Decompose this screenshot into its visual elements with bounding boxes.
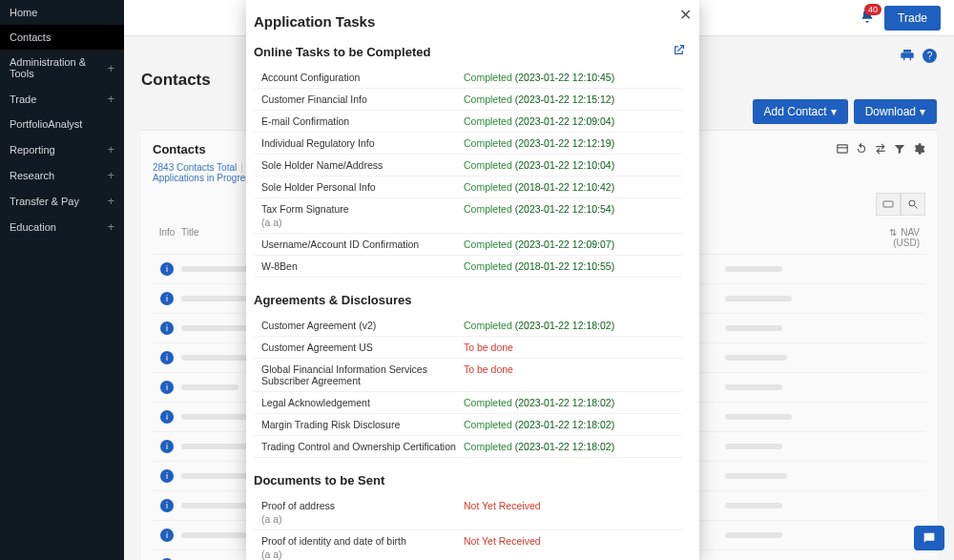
task-row: Sole Holder Name/AddressCompleted (2023-… xyxy=(254,155,682,176)
task-row: Legal AcknowledgementCompleted (2023-01-… xyxy=(254,392,682,414)
task-name: Legal Acknowledgement xyxy=(254,397,464,408)
task-status: Completed (2023-01-22 12:10:45) xyxy=(464,72,682,83)
task-row: Customer Agreement USTo be done xyxy=(254,337,682,359)
task-row: Margin Trading Risk DisclosureCompleted … xyxy=(254,414,682,436)
task-status: Completed (2023-01-22 12:10:54) xyxy=(464,203,682,228)
section-heading: Online Tasks to be Completed xyxy=(254,45,682,59)
task-sub: (a a) xyxy=(261,549,464,560)
task-name: Customer Financial Info xyxy=(254,93,464,105)
task-row: Sole Holder Personal InfoCompleted (2018… xyxy=(254,176,682,198)
task-row: Global Financial Information Services Su… xyxy=(254,359,682,392)
task-name: Customer Agreement (v2) xyxy=(254,320,464,331)
task-name: Trading Control and Ownership Certificat… xyxy=(254,441,464,452)
task-status: To be done xyxy=(464,342,682,353)
application-tasks-modal: ✕ Application Tasks Online Tasks to be C… xyxy=(246,0,699,560)
modal-title: Application Tasks xyxy=(254,13,682,30)
task-row: Trading Control and Ownership Certificat… xyxy=(254,436,682,458)
task-status: Completed (2023-01-22 12:12:19) xyxy=(464,137,682,149)
task-name: E-mail Confirmation xyxy=(254,115,464,127)
task-status: Not Yet Received xyxy=(464,500,682,525)
task-row: Proof of address(a a)Not Yet Received xyxy=(254,495,682,530)
task-name: Global Financial Information Services Su… xyxy=(254,363,464,386)
export-icon xyxy=(672,43,686,57)
task-status: Completed (2023-01-22 12:18:02) xyxy=(464,397,682,408)
task-name: Proof of address(a a) xyxy=(254,500,464,525)
task-name: Sole Holder Name/Address xyxy=(254,159,464,171)
task-row: Proof of identity and date of birth(a a)… xyxy=(254,530,682,560)
task-status: Completed (2023-01-22 12:15:12) xyxy=(464,93,682,105)
task-row: Individual Regulatory InfoCompleted (202… xyxy=(254,133,682,155)
chat-button[interactable] xyxy=(914,526,944,550)
task-row: W-8BenCompleted (2018-01-22 12:10:55) xyxy=(254,256,682,278)
task-status: Completed (2023-01-22 12:10:04) xyxy=(464,159,682,171)
task-name: Customer Agreement US xyxy=(254,342,464,353)
task-name: Individual Regulatory Info xyxy=(254,137,464,149)
task-name: Tax Form Signature(a a) xyxy=(254,203,464,228)
task-row: Username/Account ID ConfirmationComplete… xyxy=(254,234,682,256)
task-status: Completed (2023-01-22 12:09:04) xyxy=(464,115,682,127)
task-name: Account Configuration xyxy=(254,72,464,83)
task-status: Completed (2023-01-22 12:09:07) xyxy=(464,239,682,250)
task-status: To be done xyxy=(464,363,682,386)
task-row: E-mail ConfirmationCompleted (2023-01-22… xyxy=(254,111,682,133)
export-button[interactable] xyxy=(672,43,686,60)
task-name: Sole Holder Personal Info xyxy=(254,181,464,193)
task-status: Completed (2018-01-22 12:10:55) xyxy=(464,260,682,272)
task-status: Completed (2023-01-22 12:18:02) xyxy=(464,419,682,430)
task-name: Margin Trading Risk Disclosure xyxy=(254,419,464,430)
task-row: Customer Agreement (v2)Completed (2023-0… xyxy=(254,315,682,337)
task-row: Account ConfigurationCompleted (2023-01-… xyxy=(254,67,682,89)
task-name: W-8Ben xyxy=(254,260,464,272)
task-status: Completed (2023-01-22 12:18:02) xyxy=(464,320,682,331)
close-button[interactable]: ✕ xyxy=(679,6,692,24)
task-name: Proof of identity and date of birth(a a) xyxy=(254,535,464,560)
task-sub: (a a) xyxy=(261,513,464,525)
section-heading: Documents to be Sent xyxy=(254,473,682,487)
task-sub: (a a) xyxy=(261,217,464,228)
task-status: Completed (2023-01-22 12:18:02) xyxy=(464,441,682,452)
task-row: Tax Form Signature(a a)Completed (2023-0… xyxy=(254,198,682,234)
task-status: Not Yet Received xyxy=(464,535,682,560)
task-name: Username/Account ID Confirmation xyxy=(254,239,464,250)
task-row: Customer Financial InfoCompleted (2023-0… xyxy=(254,89,682,111)
chat-icon xyxy=(922,530,937,546)
section-heading: Agreements & Disclosures xyxy=(254,293,682,307)
task-status: Completed (2018-01-22 12:10:42) xyxy=(464,181,682,193)
